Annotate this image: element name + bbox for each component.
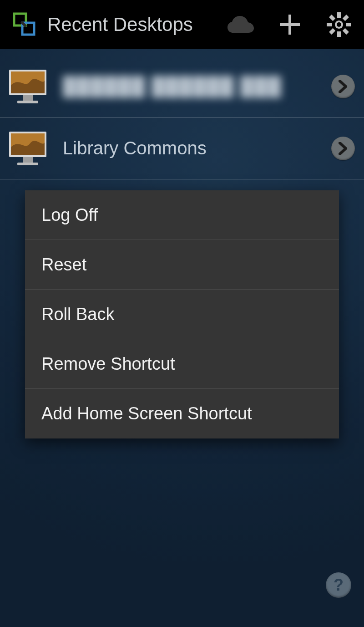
help-button[interactable]: ? [326,572,351,598]
desktop-row[interactable]: ██████ ██████ ███ [0,56,364,117]
desktop-row[interactable]: Library Commons [0,117,364,179]
cloud-button[interactable] [220,0,261,49]
desktop-label: Library Commons [63,138,318,158]
context-menu: Log Off Reset Roll Back Remove Shortcut … [25,190,339,438]
svg-point-14 [337,22,341,27]
settings-button[interactable] [318,0,359,49]
desktop-icon [6,127,49,170]
svg-rect-10 [343,15,349,21]
action-bar: Recent Desktops [0,0,364,49]
add-button[interactable] [269,0,310,49]
cloud-icon [226,15,256,35]
desktop-icon [6,65,49,108]
desktop-label: ██████ ██████ ███ [63,76,318,97]
chevron-right-icon [339,80,348,93]
svg-rect-13 [343,28,349,35]
svg-rect-18 [17,101,38,103]
svg-rect-22 [17,163,38,165]
gear-icon [326,12,352,37]
help-icon: ? [334,576,344,595]
svg-rect-6 [337,12,341,18]
chevron-right-icon [339,142,348,155]
menu-item-reset[interactable]: Reset [25,240,339,290]
desktop-list: ██████ ██████ ███ Library Commons [0,49,364,179]
page-title: Recent Desktops [47,14,212,36]
row-more-button[interactable] [331,75,355,98]
svg-rect-12 [329,15,335,21]
svg-rect-9 [346,23,351,26]
menu-item-log-off[interactable]: Log Off [25,190,339,240]
svg-rect-11 [329,28,335,35]
svg-rect-17 [23,95,33,101]
svg-rect-4 [280,23,300,26]
svg-rect-8 [327,23,332,26]
svg-rect-21 [23,157,33,163]
svg-rect-7 [337,31,341,37]
plus-icon [278,13,302,36]
menu-item-remove-shortcut[interactable]: Remove Shortcut [25,339,339,389]
menu-item-add-home-shortcut[interactable]: Add Home Screen Shortcut [25,389,339,438]
menu-item-roll-back[interactable]: Roll Back [25,290,339,339]
row-more-button[interactable] [331,137,355,160]
app-logo-icon [9,10,39,40]
